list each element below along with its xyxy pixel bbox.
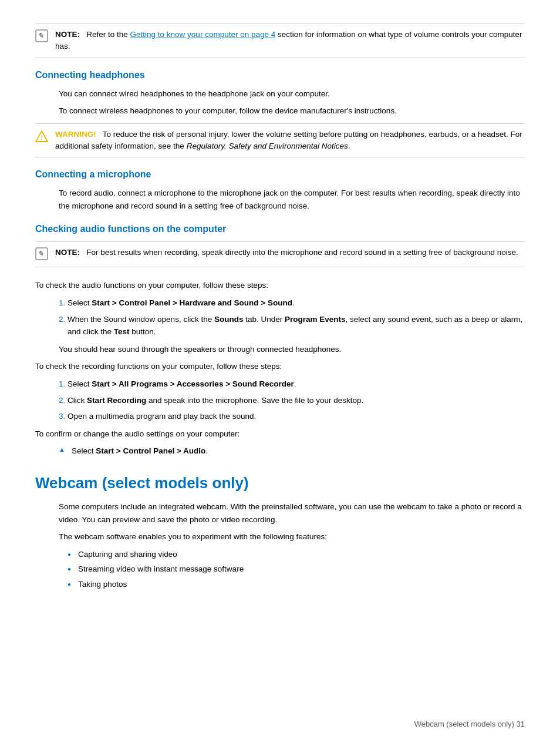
section-checking-audio: Checking audio functions on the computer… bbox=[35, 224, 525, 458]
note-icon: ✎ bbox=[35, 29, 52, 44]
heading-connecting-headphones: Connecting headphones bbox=[35, 70, 525, 80]
note-audio-text: NOTE: For best results when recording, s… bbox=[55, 247, 518, 258]
microphone-para1: To record audio, connect a microphone to… bbox=[59, 187, 525, 212]
webcam-bullet-3: Taking photos bbox=[68, 578, 525, 591]
webcam-para2: The webcam software enables you to exper… bbox=[59, 530, 525, 543]
svg-text:✎: ✎ bbox=[38, 32, 43, 40]
note-audio-label: NOTE: bbox=[55, 248, 80, 257]
audio-caution-item: Select Start > Control Panel > Audio. bbox=[59, 445, 525, 458]
audio-steps2-list: Select Start > All Programs > Accessorie… bbox=[68, 378, 525, 423]
heading-connecting-microphone: Connecting a microphone bbox=[35, 169, 525, 180]
webcam-bullet-2: Streaming video with instant message sof… bbox=[68, 563, 525, 576]
section-webcam: Webcam (select models only) Some compute… bbox=[35, 474, 525, 591]
page-footer: Webcam (select models only) 31 bbox=[414, 720, 525, 728]
warning-box: ! WARNING! To reduce the risk of persona… bbox=[35, 123, 525, 158]
warning-label: WARNING! bbox=[55, 130, 96, 139]
audio-intro2: To check the recording functions on your… bbox=[35, 360, 525, 373]
svg-text:✎: ✎ bbox=[38, 250, 43, 258]
audio-step2-2: Click Start Recording and speak into the… bbox=[68, 394, 525, 407]
warning-icon: ! bbox=[35, 130, 52, 145]
heading-webcam: Webcam (select models only) bbox=[35, 474, 525, 492]
note-link[interactable]: Getting to know your computer on page 4 bbox=[130, 30, 276, 39]
heading-checking-audio: Checking audio functions on the computer bbox=[35, 224, 525, 234]
note-top-text: NOTE: Refer to the Getting to know your … bbox=[55, 29, 525, 53]
webcam-bullet-1: Capturing and sharing video bbox=[68, 548, 525, 561]
note-audio-box: ✎ NOTE: For best results when recording,… bbox=[35, 241, 525, 267]
webcam-para1: Some computers include an integrated web… bbox=[59, 500, 525, 526]
audio-step1-1: Select Start > Control Panel > Hardware … bbox=[68, 297, 525, 310]
headphones-para1: You can connect wired headphones to the … bbox=[59, 88, 525, 100]
warning-text: WARNING! To reduce the risk of personal … bbox=[55, 129, 525, 153]
section-connecting-headphones: Connecting headphones You can connect wi… bbox=[35, 70, 525, 158]
headphones-para2: To connect wireless headphones to your c… bbox=[59, 105, 525, 117]
note-top-box: ✎ NOTE: Refer to the Getting to know you… bbox=[35, 23, 525, 58]
note-label: NOTE: bbox=[55, 30, 80, 39]
audio-step2-1: Select Start > All Programs > Accessorie… bbox=[68, 378, 525, 391]
audio-intro1: To check the audio functions on your com… bbox=[35, 279, 525, 292]
audio-steps1-list: Select Start > Control Panel > Hardware … bbox=[68, 297, 525, 338]
audio-step1-2: When the Sound window opens, click the S… bbox=[68, 313, 525, 338]
webcam-bullet-list: Capturing and sharing video Streaming vi… bbox=[68, 548, 525, 591]
audio-caution-list: Select Start > Control Panel > Audio. bbox=[59, 445, 525, 458]
audio-step2-3: Open a multimedia program and play back … bbox=[68, 410, 525, 423]
section-connecting-microphone: Connecting a microphone To record audio,… bbox=[35, 169, 525, 212]
audio-intro3: To confirm or change the audio settings … bbox=[35, 428, 525, 441]
audio-sub-para: You should hear sound through the speake… bbox=[59, 343, 525, 356]
note-audio-icon: ✎ bbox=[35, 247, 52, 262]
svg-text:!: ! bbox=[41, 134, 43, 141]
